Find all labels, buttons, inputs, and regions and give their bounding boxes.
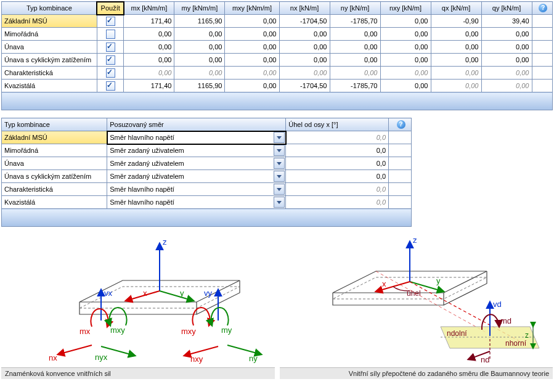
- cell-nxy[interactable]: 0,00: [380, 41, 431, 54]
- cell-mxy[interactable]: 0,00: [225, 67, 279, 80]
- use-checkbox[interactable]: [97, 54, 124, 67]
- cell-my[interactable]: 0,00: [174, 67, 225, 80]
- cell-qy[interactable]: 39,40: [481, 15, 532, 28]
- chevron-down-icon[interactable]: [274, 171, 285, 182]
- cell-qy[interactable]: 0,00: [481, 54, 532, 67]
- direction-dropdown[interactable]: Směr hlavního napětí: [107, 196, 286, 209]
- col-angle[interactable]: Úhel od osy x [°]: [286, 118, 389, 131]
- cell-qy[interactable]: 0,00: [481, 80, 532, 92]
- cell-my[interactable]: 0,00: [174, 41, 225, 54]
- angle-cell[interactable]: 0,0: [286, 170, 389, 183]
- table-row[interactable]: ÚnavaSměr zadaný uživatelem0,0: [2, 157, 412, 170]
- col-qx[interactable]: qx [kN/m]: [431, 2, 481, 15]
- direction-dropdown[interactable]: Směr zadaný uživatelem: [107, 170, 286, 183]
- table-row[interactable]: Únava s cyklickým zatíženímSměr zadaný u…: [2, 170, 412, 183]
- cell-nx[interactable]: 0,00: [279, 67, 330, 80]
- cell-qx[interactable]: 0,00: [431, 28, 481, 41]
- direction-dropdown[interactable]: Směr hlavního napětí: [107, 131, 286, 144]
- chevron-down-icon[interactable]: [274, 145, 285, 156]
- cell-ny[interactable]: -1785,70: [330, 15, 380, 28]
- cell-mx[interactable]: 0,00: [124, 54, 174, 67]
- cell-my[interactable]: 0,00: [174, 28, 225, 41]
- col-type[interactable]: Typ kombinace: [2, 2, 97, 15]
- direction-dropdown[interactable]: Směr hlavního napětí: [107, 183, 286, 196]
- cell-qx[interactable]: 0,00: [431, 54, 481, 67]
- cell-mx[interactable]: 171,40: [124, 15, 174, 28]
- angle-cell[interactable]: 0,0: [286, 157, 389, 170]
- cell-my[interactable]: 1165,90: [174, 15, 225, 28]
- angle-cell[interactable]: 0,0: [286, 131, 389, 144]
- use-checkbox[interactable]: [97, 15, 124, 28]
- table-row[interactable]: Základní MSÚ171,401165,900,00-1704,50-17…: [2, 15, 553, 28]
- table-row[interactable]: Kvazistálá171,401165,900,00-1704,50-1785…: [2, 80, 553, 92]
- use-checkbox[interactable]: [97, 80, 124, 92]
- chevron-down-icon[interactable]: [274, 197, 285, 208]
- table-row[interactable]: CharakteristickáSměr hlavního napětí0,0: [2, 183, 412, 196]
- cell-ny[interactable]: 0,00: [330, 28, 380, 41]
- use-checkbox[interactable]: [97, 28, 124, 41]
- cell-nx[interactable]: -1704,50: [279, 80, 330, 92]
- col-nx[interactable]: nx [kN/m]: [279, 2, 330, 15]
- cell-nx[interactable]: 0,00: [279, 41, 330, 54]
- cell-nxy[interactable]: 0,00: [380, 67, 431, 80]
- direction-table[interactable]: Typ kombinace Posuzovaný směr Úhel od os…: [1, 118, 412, 227]
- cell-mx[interactable]: 0,00: [124, 41, 174, 54]
- cell-mx[interactable]: 0,00: [124, 28, 174, 41]
- col-ny[interactable]: ny [kN/m]: [330, 2, 380, 15]
- col-my[interactable]: my [kNm/m]: [174, 2, 225, 15]
- cell-qy[interactable]: 0,00: [481, 67, 532, 80]
- direction-dropdown[interactable]: Směr zadaný uživatelem: [107, 157, 286, 170]
- cell-my[interactable]: 0,00: [174, 54, 225, 67]
- col-dir[interactable]: Posuzovaný směr: [107, 118, 286, 131]
- angle-cell[interactable]: 0,0: [286, 196, 389, 209]
- angle-cell[interactable]: 0,0: [286, 144, 389, 157]
- cell-nxy[interactable]: 0,00: [380, 15, 431, 28]
- cell-nx[interactable]: 0,00: [279, 54, 330, 67]
- forces-table[interactable]: Typ kombinace Použít mx [kNm/m] my [kNm/…: [1, 1, 553, 110]
- chevron-down-icon[interactable]: [274, 158, 285, 169]
- col-help[interactable]: ?: [532, 2, 553, 15]
- table-row[interactable]: Základní MSÚSměr hlavního napětí0,0: [2, 131, 412, 144]
- cell-qy[interactable]: 0,00: [481, 28, 532, 41]
- cell-mxy[interactable]: 0,00: [225, 41, 279, 54]
- col-mx[interactable]: mx [kNm/m]: [124, 2, 174, 15]
- cell-qx[interactable]: 0,00: [431, 41, 481, 54]
- direction-dropdown[interactable]: Směr zadaný uživatelem: [107, 144, 286, 157]
- col-use[interactable]: Použít: [97, 2, 124, 15]
- cell-ny[interactable]: 0,00: [330, 67, 380, 80]
- col-mxy[interactable]: mxy [kNm/m]: [225, 2, 279, 15]
- table-row[interactable]: Mimořádná0,000,000,000,000,000,000,000,0…: [2, 28, 553, 41]
- cell-ny[interactable]: -1785,70: [330, 80, 380, 92]
- cell-mxy[interactable]: 0,00: [225, 80, 279, 92]
- table-row[interactable]: Charakteristická0,000,000,000,000,000,00…: [2, 67, 553, 80]
- col-qy[interactable]: qy [kN/m]: [481, 2, 532, 15]
- cell-nxy[interactable]: 0,00: [380, 80, 431, 92]
- col-help[interactable]: ?: [389, 118, 412, 131]
- cell-qy[interactable]: 0,00: [481, 41, 532, 54]
- table-row[interactable]: Únava0,000,000,000,000,000,000,000,00: [2, 41, 553, 54]
- cell-mx[interactable]: 0,00: [124, 67, 174, 80]
- table-row[interactable]: KvazistáláSměr hlavního napětí0,0: [2, 196, 412, 209]
- cell-nx[interactable]: 0,00: [279, 28, 330, 41]
- table-row[interactable]: MimořádnáSměr zadaný uživatelem0,0: [2, 144, 412, 157]
- help-icon[interactable]: ?: [539, 4, 547, 12]
- table-row[interactable]: Únava s cyklickým zatížením0,000,000,000…: [2, 54, 553, 67]
- help-icon[interactable]: ?: [397, 120, 405, 129]
- angle-cell[interactable]: 0,0: [286, 183, 389, 196]
- cell-qx[interactable]: -0,90: [431, 15, 481, 28]
- cell-nxy[interactable]: 0,00: [380, 28, 431, 41]
- cell-mxy[interactable]: 0,00: [225, 15, 279, 28]
- cell-mxy[interactable]: 0,00: [225, 28, 279, 41]
- use-checkbox[interactable]: [97, 67, 124, 80]
- use-checkbox[interactable]: [97, 41, 124, 54]
- cell-qx[interactable]: 0,00: [431, 67, 481, 80]
- cell-ny[interactable]: 0,00: [330, 54, 380, 67]
- cell-my[interactable]: 1165,90: [174, 80, 225, 92]
- cell-qx[interactable]: 0,00: [431, 80, 481, 92]
- cell-nxy[interactable]: 0,00: [380, 54, 431, 67]
- col-type[interactable]: Typ kombinace: [2, 118, 107, 131]
- cell-nx[interactable]: -1704,50: [279, 15, 330, 28]
- cell-mxy[interactable]: 0,00: [225, 54, 279, 67]
- chevron-down-icon[interactable]: [274, 184, 285, 195]
- col-nxy[interactable]: nxy [kN/m]: [380, 2, 431, 15]
